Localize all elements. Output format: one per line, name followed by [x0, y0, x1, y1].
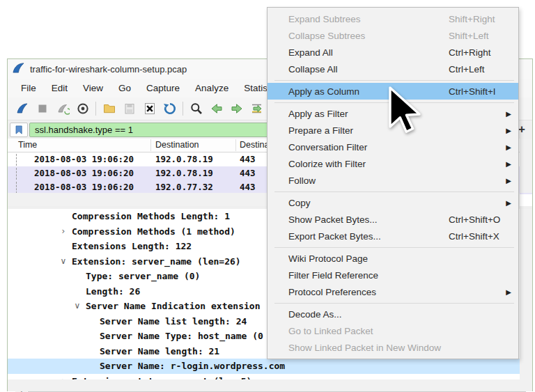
go-back-icon[interactable]: [209, 101, 224, 116]
detail-text: Type: server_name (0): [86, 269, 200, 284]
menu-item-label: Collapse Subtrees: [288, 31, 365, 41]
menu-item-colorize-with-filter[interactable]: Colorize with Filter▶: [268, 155, 518, 172]
menu-separator: [268, 244, 518, 250]
submenu-arrow-icon: ▶: [506, 160, 511, 168]
menu-item-label: Expand Subtrees: [288, 14, 361, 24]
cell-port: 443: [240, 168, 256, 178]
menubar-item-edit[interactable]: Edit: [44, 81, 75, 95]
menubar-item-analyze[interactable]: Analyze: [187, 81, 236, 95]
menu-item-shortcut: Shift+Left: [449, 31, 488, 41]
related-packet-mark: [16, 168, 17, 180]
expand-arrow-icon[interactable]: ›: [58, 224, 69, 240]
mouse-cursor-icon: [387, 86, 422, 139]
menubar-item-file[interactable]: File: [13, 81, 44, 95]
expand-arrow-icon[interactable]: ›: [58, 374, 69, 380]
cell-time: 2018-08-03 19:06:20: [34, 154, 134, 164]
cell-port: 443: [240, 182, 256, 192]
column-header-time[interactable]: Time: [18, 140, 37, 150]
menu-item-show-linked-packet-in-new-window: Show Linked Packet in New Window: [268, 339, 518, 356]
details-hscrollbar[interactable]: ‹ ›: [8, 379, 532, 391]
menu-item-follow[interactable]: Follow▶: [268, 172, 518, 189]
restart-capture-icon[interactable]: [55, 101, 70, 116]
related-packet-mark: [16, 154, 17, 166]
detail-text: Extension: server_name (len=26): [72, 254, 241, 269]
packet-list-vscrollbar[interactable]: ∧ ∨: [520, 139, 532, 193]
detail-text: Length: 26: [86, 284, 140, 299]
column-divider[interactable]: [150, 139, 151, 151]
detail-text: Server Name Indication extension: [86, 299, 260, 314]
collapse-arrow-icon[interactable]: ∨: [58, 254, 69, 269]
details-vscrollbar[interactable]: ∧ ∨: [520, 209, 532, 379]
menu-item-wiki-protocol-page[interactable]: Wiki Protocol Page: [268, 250, 518, 267]
cell-time: 2018-08-03 19:06:20: [34, 182, 134, 192]
detail-row[interactable]: ›Extension: status_request (len=5): [8, 374, 520, 380]
detail-text: Server Name Type: host_name (0: [100, 329, 263, 344]
cell-destination: 192.0.78.19: [155, 168, 213, 178]
submenu-arrow-icon: ▶: [506, 199, 511, 207]
menu-item-label: Prepare a Filter: [288, 125, 353, 136]
submenu-arrow-icon: ▶: [506, 143, 511, 151]
submenu-arrow-icon: ▶: [506, 110, 511, 118]
menubar-item-capture[interactable]: Capture: [139, 81, 187, 95]
menu-item-label: Wiki Protocol Page: [288, 253, 368, 264]
find-packet-icon[interactable]: [189, 101, 204, 116]
menu-item-label: Filter Field Reference: [288, 270, 378, 281]
detail-text: Compression Methods Length: 1: [72, 209, 230, 224]
window-title: traffic-for-wireshark-column-setup.pcap: [30, 64, 187, 75]
menu-item-collapse-all[interactable]: Collapse AllCtrl+Left: [268, 61, 518, 77]
go-to-packet-icon[interactable]: [249, 101, 265, 116]
capture-options-icon[interactable]: [75, 101, 91, 116]
menu-item-label: Protocol Preferences: [288, 287, 376, 297]
submenu-arrow-icon: ▶: [506, 127, 511, 134]
submenu-arrow-icon: ▶: [506, 288, 511, 296]
go-forward-icon[interactable]: [229, 101, 245, 116]
menu-item-shortcut: Shift+Right: [449, 14, 495, 24]
detail-text: Compression Methods (1 method): [72, 224, 235, 240]
menubar-item-view[interactable]: View: [75, 81, 111, 95]
menu-item-decode-as[interactable]: Decode As...: [268, 306, 518, 322]
column-header-destination[interactable]: Destination: [155, 140, 199, 150]
reload-file-icon[interactable]: [162, 101, 178, 116]
menu-item-filter-field-reference[interactable]: Filter Field Reference: [268, 267, 518, 283]
detail-text: Server Name list length: 24: [100, 314, 247, 329]
detail-text: Extensions Length: 122: [72, 239, 192, 254]
close-file-icon[interactable]: [142, 101, 157, 116]
menu-item-label: Go to Linked Packet: [288, 326, 373, 336]
collapse-arrow-icon[interactable]: ∨: [72, 299, 83, 314]
menu-item-collapse-subtrees: Collapse SubtreesShift+Left: [268, 27, 518, 44]
cell-destination: 192.0.78.19: [155, 154, 213, 164]
column-divider[interactable]: [235, 139, 236, 151]
menu-item-show-packet-bytes[interactable]: Show Packet Bytes...Ctrl+Shift+O: [268, 211, 518, 228]
menu-separator: [268, 189, 518, 194]
cell-port: 443: [240, 154, 256, 164]
menu-item-export-packet-bytes[interactable]: Export Packet Bytes...Ctrl+Shift+X: [268, 228, 518, 244]
menu-item-label: Export Packet Bytes...: [288, 231, 381, 242]
submenu-arrow-icon: ▶: [506, 177, 511, 185]
context-menu: Expand SubtreesShift+RightCollapse Subtr…: [267, 7, 519, 359]
stop-capture-icon[interactable]: [35, 101, 50, 116]
menu-item-shortcut: Ctrl+Shift+O: [449, 214, 500, 225]
save-file-icon[interactable]: [122, 101, 137, 116]
menu-item-label: Collapse All: [288, 64, 338, 75]
menu-item-label: Follow: [288, 175, 316, 186]
menu-item-label: Conversation Filter: [288, 142, 367, 152]
detail-text: Server Name length: 21: [100, 344, 219, 359]
toolbar-separator: [95, 102, 96, 116]
filter-bookmark-button[interactable]: [10, 123, 28, 137]
wireshark-start-icon[interactable]: [15, 101, 30, 116]
menu-item-expand-all[interactable]: Expand AllCtrl+Right: [268, 44, 518, 61]
menu-item-label: Copy: [288, 198, 311, 208]
menu-item-label: Colorize with Filter: [288, 159, 366, 169]
menubar-item-go[interactable]: Go: [111, 81, 139, 95]
menu-item-copy[interactable]: Copy▶: [268, 194, 518, 211]
menu-item-expand-subtrees: Expand SubtreesShift+Right: [268, 10, 518, 27]
menu-item-label: Expand All: [288, 47, 333, 58]
menu-item-conversation-filter[interactable]: Conversation Filter▶: [268, 139, 518, 155]
menu-item-protocol-preferences[interactable]: Protocol Preferences▶: [268, 283, 518, 300]
open-file-icon[interactable]: [102, 101, 117, 116]
menu-item-shortcut: Ctrl+Right: [449, 47, 490, 58]
detail-row-selected[interactable]: Server Name: r-login.wordpress.com: [8, 359, 520, 374]
menu-item-shortcut: Ctrl+Shift+X: [449, 231, 499, 242]
related-packet-mark: [16, 182, 17, 194]
cell-time: 2018-08-03 19:06:20: [34, 168, 134, 178]
